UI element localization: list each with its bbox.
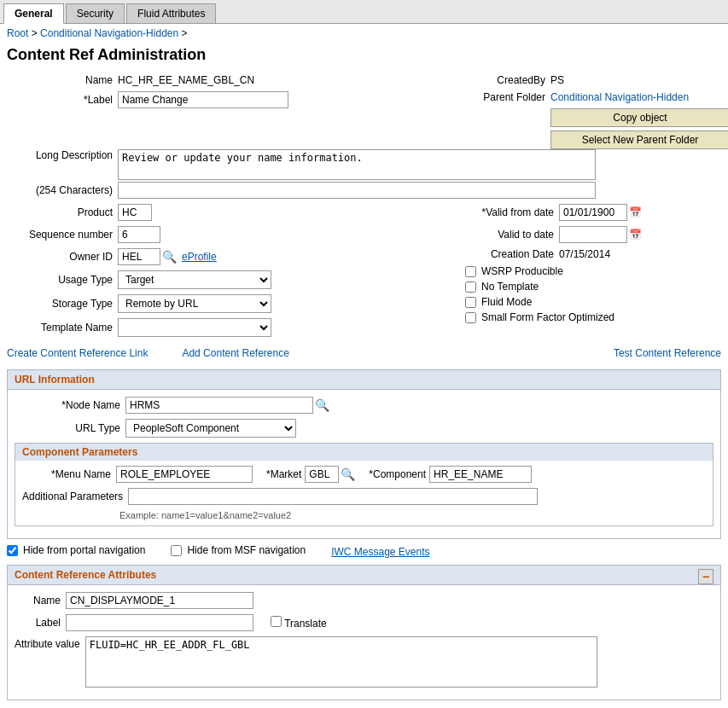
node-name-input[interactable] [125,397,313,414]
hide-msf-checkbox[interactable] [171,545,182,556]
template-name-select[interactable] [118,318,271,337]
menu-market-component-row: *Menu Name *Market 🔍 *Component [22,466,706,483]
market-search-icon[interactable]: 🔍 [341,467,355,481]
attr-value-row: Attribute value FLUID=HC_HR_EE_ADDR_FL_G… [15,636,713,688]
collapse-attrs-button[interactable]: − [698,569,713,584]
fluid-mode-checkbox[interactable] [465,297,476,308]
valid-to-label: Valid to date [457,229,559,241]
component-input[interactable] [429,466,532,483]
product-label: Product [7,206,118,218]
breadcrumb-parent[interactable]: Conditional Navigation-Hidden [40,27,178,39]
owner-eprofile-link[interactable]: eProfile [182,251,217,263]
tab-bar: General Security Fluid Attributes [0,0,728,24]
example-text: Example: name1=value1&name2=value2 [22,510,706,520]
attr-name-input[interactable] [66,592,253,609]
name-label: Name [7,74,118,86]
long-desc-row: Long Description Review or update your n… [7,149,721,180]
wsrp-label: WSRP Producible [481,265,563,277]
additional-params-input[interactable] [128,488,538,505]
usage-type-row: Usage Type Target Secondary Page Homepag… [7,270,448,289]
breadcrumb-root[interactable]: Root [7,27,28,39]
hide-portal-label: Hide from portal navigation [23,544,145,556]
valid-from-row: *Valid from date 📅 [457,204,721,221]
url-type-label: URL Type [15,422,125,434]
tab-fluid-attributes[interactable]: Fluid Attributes [126,3,216,23]
long-desc-second-line[interactable] [118,182,596,199]
valid-from-calendar-icon[interactable]: 📅 [629,206,642,218]
usage-type-select[interactable]: Target Secondary Page Homepages Dashboar… [118,270,271,289]
owner-row: Owner ID 🔍 eProfile [7,248,448,265]
menu-name-input[interactable] [116,466,253,483]
translate-label: Translate [284,618,327,630]
label-row: *Label [7,91,448,108]
additional-params-label: Additional Parameters [22,490,128,502]
additional-params-row: Additional Parameters [22,488,706,505]
template-name-row: Template Name [7,318,448,337]
wsrp-row: WSRP Producible [465,265,721,277]
small-form-checkbox[interactable] [465,312,476,323]
storage-type-select[interactable]: Remote by URL PeopleSoft Application Ser… [118,294,271,313]
sequence-input[interactable] [118,226,160,243]
product-input[interactable] [118,204,152,221]
component-label: *Component [369,468,426,480]
owner-input[interactable] [118,248,160,265]
no-template-checkbox[interactable] [465,281,476,293]
component-params-header: Component Parameters [15,444,713,461]
parent-folder-row: Parent Folder Conditional Navigation-Hid… [465,91,721,103]
name-value: HC_HR_EE_NAME_GBL_CN [118,74,254,86]
long-desc-label: Long Description [7,149,118,161]
page-title: Content Ref Administration [0,43,728,71]
created-by-value: PS [550,74,564,86]
links-row: Create Content Reference Link Add Conten… [7,342,721,364]
valid-from-input[interactable] [559,204,627,221]
owner-label: Owner ID [7,251,118,263]
attr-label-input[interactable] [66,614,253,631]
valid-from-label: *Valid from date [457,206,559,218]
menu-name-label: *Menu Name [22,468,116,480]
node-name-search-icon[interactable]: 🔍 [315,398,329,412]
tab-general[interactable]: General [3,3,64,24]
attr-label-label: Label [15,617,66,629]
tab-security[interactable]: Security [66,3,125,23]
small-form-label: Small Form Factor Optimized [481,311,614,323]
attr-value-input[interactable]: FLUID=HC_HR_EE_ADDR_FL_GBL [85,636,597,688]
content-ref-attrs-header: Content Reference Attributes − [8,566,720,585]
no-template-row: No Template [465,281,721,293]
translate-checkbox[interactable] [271,616,282,627]
market-input[interactable] [305,466,339,483]
sequence-label: Sequence number [7,229,118,241]
wsrp-checkbox[interactable] [465,266,476,277]
hide-portal-checkbox[interactable] [7,545,18,556]
no-template-label: No Template [481,281,539,293]
created-by-row: CreatedBy PS [465,74,721,86]
small-form-row: Small Form Factor Optimized [465,311,721,323]
name-row: Name HC_HR_EE_NAME_GBL_CN [7,74,448,86]
url-type-row: URL Type PeopleSoft Component Non-People… [15,419,713,438]
copy-object-button[interactable]: Copy object [550,108,728,127]
owner-search-icon[interactable]: 🔍 [162,250,177,264]
add-content-ref-link[interactable]: Add Content Reference [182,347,288,359]
content-ref-attrs-section: Content Reference Attributes − Name Labe… [7,565,721,700]
long-desc-input[interactable]: Review or update your name information. [118,149,596,180]
storage-type-row: Storage Type Remote by URL PeopleSoft Ap… [7,294,448,313]
sequence-row: Sequence number [7,226,448,243]
creation-date-row: Creation Date 07/15/2014 [457,248,721,260]
template-name-label: Template Name [7,322,118,334]
creation-date-value: 07/15/2014 [559,248,610,260]
usage-type-label: Usage Type [7,274,118,286]
url-section: URL Information *Node Name 🔍 URL Type Pe… [7,369,721,539]
valid-to-row: Valid to date 📅 [457,226,721,243]
valid-to-calendar-icon[interactable]: 📅 [629,229,642,241]
parent-folder-value: Conditional Navigation-Hidden [550,91,689,103]
valid-to-input[interactable] [559,226,627,243]
test-content-ref-link[interactable]: Test Content Reference [614,347,721,359]
node-name-row: *Node Name 🔍 [15,397,713,414]
creation-date-label: Creation Date [457,248,559,260]
create-ref-link[interactable]: Create Content Reference Link [7,347,148,359]
label-label: *Label [7,94,118,106]
iwc-message-events-link[interactable]: IWC Message Events [331,546,429,558]
product-row: Product [7,204,448,221]
select-parent-folder-button[interactable]: Select New Parent Folder [550,131,728,149]
label-input[interactable] [118,91,288,108]
url-type-select[interactable]: PeopleSoft Component Non-PeopleSoft URL [125,419,296,438]
